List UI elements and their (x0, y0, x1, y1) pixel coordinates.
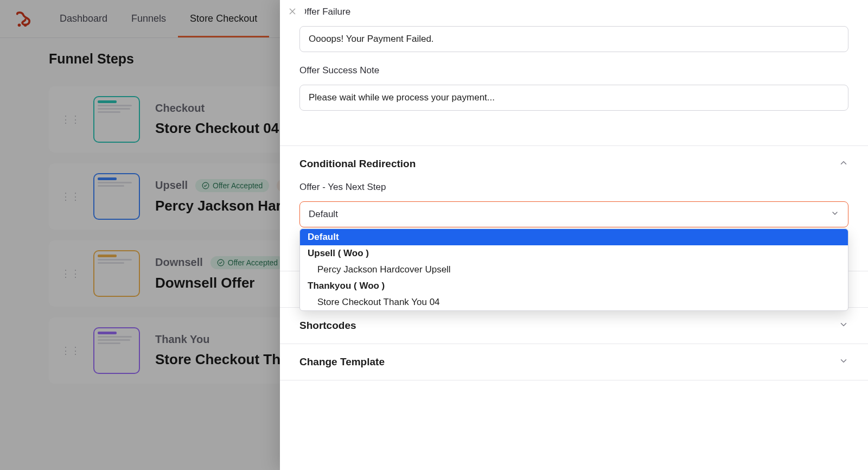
select-dropdown: Default Upsell ( Woo ) Percy Jackson Har… (299, 228, 848, 311)
option-group-thankyou: Thankyou ( Woo ) (300, 278, 848, 294)
option-default[interactable]: Default (300, 229, 848, 245)
chevron-down-icon (831, 209, 839, 220)
offer-success-note-label: Offer Success Note (299, 65, 848, 76)
section-title: Change Template (299, 356, 385, 368)
yes-next-step-label: Offer - Yes Next Step (299, 182, 848, 193)
offer-failure-input[interactable] (299, 26, 848, 52)
section-conditional-redirection: Conditional Redirection Offer - Yes Next… (280, 145, 868, 271)
select-value: Default (309, 209, 338, 220)
offer-failure-label: Offer Failure (299, 7, 848, 17)
close-button[interactable] (280, 0, 305, 23)
option-upsell-percy[interactable]: Percy Jackson Hardcover Upsell (300, 262, 848, 278)
offer-success-note-input[interactable] (299, 85, 848, 111)
section-title: Shortcodes (299, 320, 356, 332)
close-icon (288, 7, 297, 16)
section-toggle-change-template[interactable]: Change Template (280, 344, 868, 380)
section-shortcodes: Shortcodes (280, 307, 868, 344)
section-change-template: Change Template (280, 344, 868, 380)
option-group-upsell: Upsell ( Woo ) (300, 245, 848, 262)
option-thankyou-04[interactable]: Store Checkout Thank You 04 (300, 294, 848, 310)
chevron-up-icon (839, 158, 848, 170)
settings-drawer: Offer Failure Offer Success Note Conditi… (280, 0, 868, 470)
chevron-down-icon (839, 320, 848, 332)
yes-next-step-select[interactable]: Default (299, 201, 848, 227)
section-toggle-shortcodes[interactable]: Shortcodes (280, 308, 868, 344)
chevron-down-icon (839, 356, 848, 368)
section-title: Conditional Redirection (299, 158, 416, 170)
section-toggle-conditional[interactable]: Conditional Redirection (280, 146, 868, 182)
